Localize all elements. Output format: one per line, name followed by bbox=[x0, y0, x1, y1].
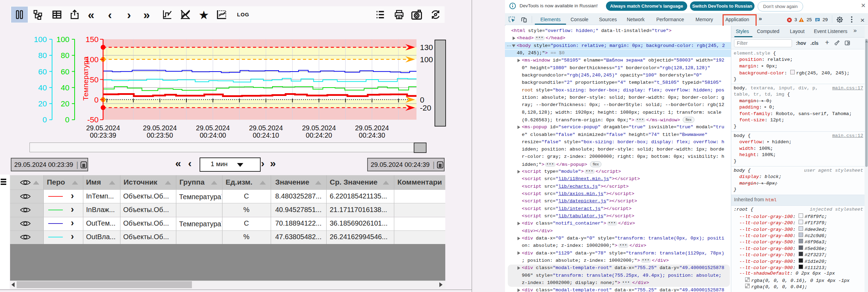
svg-text:29.05.2024: 29.05.2024 bbox=[196, 124, 230, 132]
svg-text:80: 80 bbox=[38, 51, 47, 60]
svg-text:00:24:20: 00:24:20 bbox=[306, 131, 332, 139]
svg-text:29.05.2024: 29.05.2024 bbox=[249, 124, 283, 132]
svg-text:29.05.2024: 29.05.2024 bbox=[86, 124, 120, 132]
svg-text:29.05.2024: 29.05.2024 bbox=[355, 124, 389, 132]
svg-text:50: 50 bbox=[90, 75, 99, 84]
svg-text:00:23:50: 00:23:50 bbox=[147, 131, 173, 139]
svg-text:100: 100 bbox=[34, 35, 47, 44]
svg-text:0: 0 bbox=[65, 115, 69, 124]
svg-text:20: 20 bbox=[61, 99, 69, 108]
svg-text:0: 0 bbox=[420, 96, 424, 104]
svg-text:-50: -50 bbox=[87, 115, 99, 124]
svg-text:40: 40 bbox=[61, 83, 69, 92]
svg-text:130: 130 bbox=[420, 43, 433, 52]
svg-text:00:24:30: 00:24:30 bbox=[359, 131, 385, 139]
svg-text:60: 60 bbox=[61, 67, 69, 76]
svg-text:100: 100 bbox=[420, 55, 433, 64]
svg-text:40: 40 bbox=[38, 83, 47, 92]
svg-text:60: 60 bbox=[38, 67, 47, 76]
svg-text:80: 80 bbox=[61, 51, 69, 60]
svg-text:29.05.2024: 29.05.2024 bbox=[143, 124, 177, 132]
svg-text:-20: -20 bbox=[420, 104, 431, 112]
svg-text:150: 150 bbox=[85, 35, 99, 44]
svg-text:29.05.2024: 29.05.2024 bbox=[302, 124, 336, 132]
svg-text:0: 0 bbox=[94, 96, 99, 104]
svg-text:20: 20 bbox=[38, 99, 47, 108]
svg-text:0: 0 bbox=[42, 115, 47, 124]
svg-text:00:23:39: 00:23:39 bbox=[90, 131, 116, 139]
svg-text:00:24:10: 00:24:10 bbox=[253, 131, 279, 139]
svg-text:Температура: Температура bbox=[82, 56, 90, 101]
svg-text:100: 100 bbox=[56, 35, 69, 44]
svg-text:00:24:00: 00:24:00 bbox=[200, 131, 226, 139]
